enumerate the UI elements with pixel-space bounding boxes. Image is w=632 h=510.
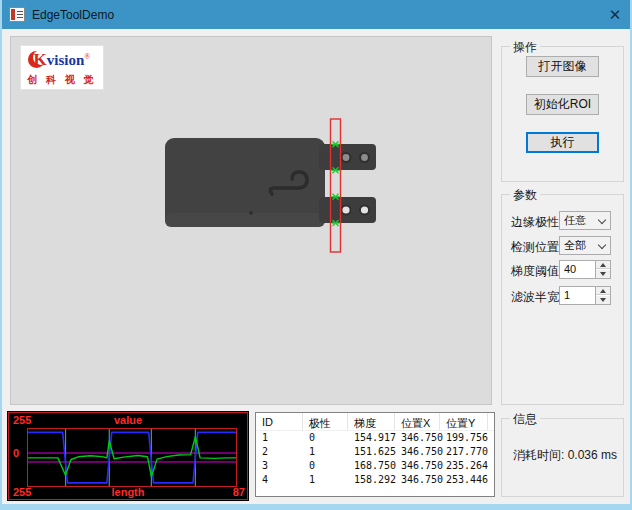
info-group: 信息 消耗时间: 0.036 ms: [501, 418, 624, 497]
init-roi-button[interactable]: 初始化ROI: [526, 94, 599, 115]
operation-group-title: 操作: [510, 39, 540, 56]
result-table: ID 极性 梯度 位置X 位置Y 1 0 154.917 346.750 199…: [255, 412, 495, 497]
table-row[interactable]: 2 1 151.625 346.750 217.770: [256, 445, 494, 459]
detect-position-label: 检测位置: [511, 239, 559, 256]
col-polarity: 极性: [303, 413, 348, 430]
col-pos-x: 位置X: [395, 413, 440, 430]
logo-text: vision: [47, 52, 85, 68]
logo-subtitle: 创 科 视 觉: [21, 73, 103, 87]
spin-down-button[interactable]: [596, 270, 610, 278]
gradient-threshold-label: 梯度阈值: [511, 263, 559, 280]
profile-curves: [28, 429, 236, 486]
plot-title: value: [7, 414, 249, 426]
triangle-up-icon: [600, 289, 606, 293]
filter-halfwidth-value: 1: [564, 289, 570, 301]
spinner-buttons: [595, 287, 610, 304]
spin-up-button[interactable]: [596, 287, 610, 295]
spinner-buttons: [595, 261, 610, 278]
registered-mark: ®: [84, 52, 90, 61]
table-row[interactable]: 1 0 154.917 346.750 199.756: [256, 431, 494, 445]
col-id: ID: [256, 413, 303, 430]
table-header: ID 极性 梯度 位置X 位置Y: [256, 413, 494, 431]
triangle-up-icon: [600, 263, 606, 267]
window-title: EdgeToolDemo: [32, 8, 114, 22]
table-row[interactable]: 4 1 158.292 346.750 253.446: [256, 473, 494, 487]
logo-k: K: [34, 50, 47, 69]
params-group-title: 参数: [510, 187, 540, 204]
gradient-threshold-input[interactable]: 40: [559, 260, 611, 279]
info-group-title: 信息: [510, 411, 540, 428]
triangle-down-icon: [600, 272, 606, 276]
edge-polarity-row: 边缘极性 任意: [502, 211, 625, 230]
app-icon: [9, 7, 25, 22]
open-image-button[interactable]: 打开图像: [526, 56, 599, 77]
col-pos-y: 位置Y: [440, 413, 488, 430]
gradient-curve: [28, 437, 236, 477]
profile-plot: 255 value 0 255 length 87: [7, 411, 249, 501]
close-button[interactable]: ✕: [598, 0, 632, 29]
table-row[interactable]: 3 0 168.750 346.750 235.264: [256, 459, 494, 473]
gradient-threshold-value: 40: [564, 263, 576, 275]
operation-group: 操作 打开图像 初始化ROI 执行: [501, 46, 624, 182]
filter-halfwidth-label: 滤波半宽: [511, 289, 559, 306]
roi-rectangle[interactable]: [331, 119, 341, 252]
plot-y-zero-label: 0: [13, 447, 19, 459]
detect-position-row: 检测位置 全部: [502, 236, 625, 255]
edge-polarity-label: 边缘极性: [511, 214, 559, 231]
edge-tool-demo-window: EdgeToolDemo ✕: [0, 0, 632, 510]
edge-polarity-value: 任意: [564, 214, 586, 226]
spin-up-button[interactable]: [596, 261, 610, 269]
inspection-image: [11, 37, 491, 404]
gradient-threshold-row: 梯度阈值 40: [502, 260, 625, 279]
col-gradient: 梯度: [348, 413, 395, 430]
kvision-logo: Kvision® 创 科 视 觉: [20, 45, 104, 90]
title-bar: EdgeToolDemo ✕: [0, 0, 632, 29]
triangle-down-icon: [600, 298, 606, 302]
elapsed-time-text: 消耗时间: 0.036 ms: [513, 447, 617, 464]
filter-halfwidth-row: 滤波半宽 1: [502, 286, 625, 305]
params-group: 参数 边缘极性 任意 检测位置 全部 梯度阈值 40: [501, 194, 624, 405]
execute-button[interactable]: 执行: [526, 132, 599, 153]
edge-polarity-select[interactable]: 任意: [559, 211, 611, 230]
plot-area: [27, 428, 237, 487]
filter-halfwidth-input[interactable]: 1: [559, 286, 611, 305]
image-display-area: Kvision® 创 科 视 觉: [10, 36, 492, 405]
detect-position-value: 全部: [564, 239, 586, 251]
chevron-down-icon: [598, 241, 606, 249]
detect-position-select[interactable]: 全部: [559, 236, 611, 255]
spin-down-button[interactable]: [596, 296, 610, 304]
chevron-down-icon: [598, 216, 606, 224]
